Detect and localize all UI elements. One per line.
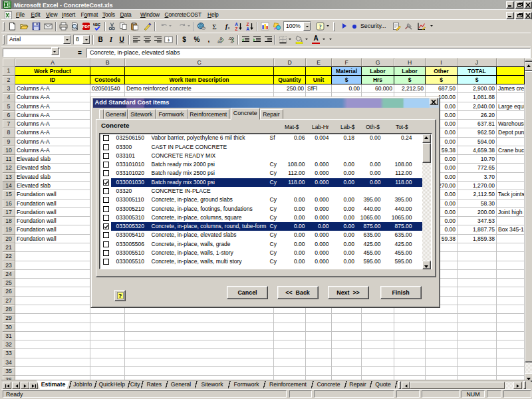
svg-text:x: x <box>227 25 229 30</box>
svg-text:Z: Z <box>235 27 237 31</box>
svg-text:.00: .00 <box>217 40 222 44</box>
svg-text:?: ? <box>319 23 322 30</box>
svg-text:Σ: Σ <box>212 23 216 31</box>
svg-text:ABC: ABC <box>93 23 100 27</box>
svg-text:PDF: PDF <box>82 25 90 29</box>
svg-text:A: A <box>246 27 249 31</box>
svg-text:a: a <box>168 38 170 42</box>
